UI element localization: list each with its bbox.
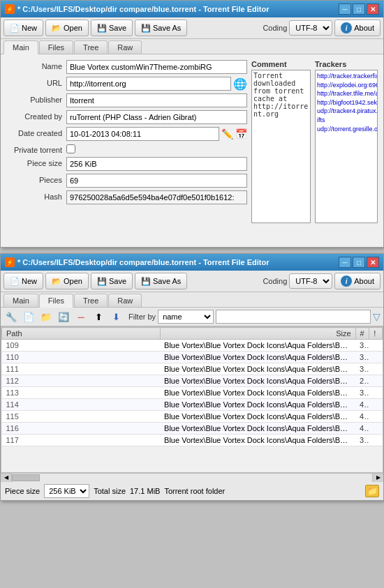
app-icon: ⚡ — [5, 4, 15, 14]
name-label: Name — [6, 60, 62, 74]
table-row[interactable]: 110 Blue Vortex\Blue Vortex Dock Icons\A… — [2, 352, 383, 363]
tab-raw-1[interactable]: Raw — [108, 40, 142, 54]
window-2: ⚡ * C:/Users/ILFS/Desktop/dir compare/bl… — [0, 253, 384, 501]
comment-textarea[interactable]: Torrent downloaded from torrent cache at… — [251, 70, 311, 223]
new-button-1[interactable]: 📄 New — [3, 20, 43, 36]
trackers-label: Trackers — [315, 60, 378, 68]
row-path: Blue Vortex\Blue Vortex Dock Icons\Aqua … — [160, 411, 355, 423]
tab-tree-1[interactable]: Tree — [74, 40, 108, 54]
add-folder-icon[interactable]: 📁 — [38, 309, 54, 324]
open-icon: 📂 — [52, 24, 61, 33]
maximize-btn-1[interactable]: □ — [353, 3, 365, 15]
publisher-input[interactable] — [66, 93, 247, 107]
tab-main-2[interactable]: Main — [3, 294, 38, 307]
hscroll-track[interactable] — [12, 474, 372, 482]
edit-date-icon[interactable]: ✏️ — [221, 128, 233, 140]
created-by-input[interactable] — [66, 110, 247, 124]
row-hash — [369, 352, 383, 363]
table-row[interactable]: 117 Blue Vortex\Blue Vortex Dock Icons\A… — [2, 435, 383, 446]
trackers-box[interactable]: http://tracker.trackerfix.com/announce h… — [315, 70, 378, 223]
filter-select[interactable]: name path size — [158, 310, 214, 324]
coding-select-1[interactable]: UTF-8 — [289, 20, 332, 36]
filter-icon[interactable]: ▽ — [373, 311, 381, 322]
table-row[interactable]: 114 Blue Vortex\Blue Vortex Dock Icons\A… — [2, 399, 383, 411]
up-icon[interactable]: ⬆ — [91, 309, 106, 324]
toolbar-1: 📄 New 📂 Open 💾 Save 💾 Save As Coding UTF… — [1, 17, 383, 39]
globe-icon[interactable]: 🌐 — [233, 77, 247, 91]
pieces-input[interactable] — [66, 174, 247, 188]
comment-section: Comment Torrent downloaded from torrent … — [251, 60, 311, 241]
hscroll-thumb[interactable] — [12, 474, 40, 481]
row-path: Blue Vortex\Blue Vortex Dock Icons\Aqua … — [160, 423, 355, 435]
row-size: 47.5 KiB — [355, 411, 369, 423]
row-num: 112 — [2, 375, 161, 387]
pieces-label: Pieces — [6, 174, 62, 188]
tabs-1: Main Files Tree Raw — [1, 39, 383, 54]
tab-files-1[interactable]: Files — [39, 40, 73, 54]
row-size: 22.63 KiB — [355, 375, 369, 387]
table-row[interactable]: 116 Blue Vortex\Blue Vortex Dock Icons\A… — [2, 423, 383, 435]
coding-select-2[interactable]: UTF-8 — [289, 273, 332, 289]
tab-main-1[interactable]: Main — [3, 40, 38, 54]
close-btn-2[interactable]: ✕ — [367, 257, 379, 268]
close-btn-1[interactable]: ✕ — [367, 3, 379, 15]
window-1: ⚡ * C:/Users/ILFS/Desktop/dir compare/bl… — [0, 0, 384, 248]
torrent-root-folder-icon[interactable]: 📁 — [365, 485, 379, 497]
row-hash — [369, 387, 383, 399]
piece-size-label: Piece size — [5, 487, 40, 495]
reload-icon[interactable]: 🔄 — [56, 309, 71, 324]
open-button-2[interactable]: 📂 Open — [45, 273, 89, 289]
row-size: 32.06 KiB — [355, 363, 369, 375]
piece-size-select[interactable]: 256 KiB — [44, 484, 89, 498]
row-num: 109 — [2, 340, 161, 352]
left-form-1: Name URL 🌐 Publisher Created by Date cre… — [6, 60, 247, 241]
down-icon[interactable]: ⬇ — [108, 309, 124, 324]
row-size: 48.83 KiB — [355, 399, 369, 411]
table-row[interactable]: 112 Blue Vortex\Blue Vortex Dock Icons\A… — [2, 375, 383, 387]
private-checkbox[interactable] — [66, 144, 75, 153]
save-icon: 💾 — [97, 24, 107, 33]
date-input[interactable] — [66, 127, 219, 141]
col-path[interactable]: Path — [2, 328, 161, 340]
remove-icon[interactable]: ─ — [73, 309, 89, 324]
tab-tree-2[interactable]: Tree — [74, 294, 108, 307]
tab-files-2[interactable]: Files — [39, 294, 73, 308]
table-row[interactable]: 111 Blue Vortex\Blue Vortex Dock Icons\A… — [2, 363, 383, 375]
add-file-icon[interactable]: 📄 — [21, 309, 36, 324]
about-button-2[interactable]: i About — [334, 273, 381, 289]
main-content-1: Name URL 🌐 Publisher Created by Date cre… — [1, 54, 383, 247]
name-input[interactable] — [66, 60, 247, 74]
scroll-right-btn[interactable]: ▶ — [372, 474, 383, 482]
url-input[interactable] — [66, 77, 231, 91]
open-button-1[interactable]: 📂 Open — [45, 20, 89, 36]
minimize-btn-1[interactable]: ─ — [339, 3, 351, 15]
tabs-2: Main Files Tree Raw — [1, 292, 383, 308]
calendar-icon[interactable]: 📅 — [235, 128, 247, 140]
save-button-2[interactable]: 💾 Save — [91, 273, 133, 289]
table-row[interactable]: 109 Blue Vortex\Blue Vortex Dock Icons\A… — [2, 340, 383, 352]
col-hash[interactable]: # — [355, 328, 369, 340]
col-flag[interactable]: ! — [369, 328, 383, 340]
filter-input[interactable] — [216, 310, 371, 324]
maximize-btn-2[interactable]: □ — [353, 257, 365, 268]
about-button-1[interactable]: i About — [334, 20, 381, 36]
piece-size-input-1[interactable] — [66, 157, 247, 171]
save-as-button-2[interactable]: 💾 Save As — [135, 273, 187, 289]
scroll-left-btn[interactable]: ◀ — [1, 474, 12, 482]
wrench-icon[interactable]: 🔧 — [3, 309, 19, 324]
tab-raw-2[interactable]: Raw — [108, 294, 142, 307]
files-table-container[interactable]: Path Size # ! 109 Blue Vortex\Blue Vorte… — [1, 326, 383, 473]
new-button-2[interactable]: 📄 New — [3, 273, 43, 289]
table-row[interactable]: 113 Blue Vortex\Blue Vortex Dock Icons\A… — [2, 387, 383, 399]
row-path: Blue Vortex\Blue Vortex Dock Icons\Aqua … — [160, 352, 355, 363]
table-row[interactable]: 115 Blue Vortex\Blue Vortex Dock Icons\A… — [2, 411, 383, 423]
window-title-2: * C:/Users/ILFS/Desktop/dir compare/blue… — [17, 258, 269, 266]
hscrollbar[interactable]: ◀ ▶ — [1, 473, 383, 481]
row-path: Blue Vortex\Blue Vortex Dock Icons\Aqua … — [160, 340, 355, 352]
save-as-button-1[interactable]: 💾 Save As — [135, 20, 187, 36]
row-hash — [369, 340, 383, 352]
minimize-btn-2[interactable]: ─ — [339, 257, 351, 268]
comment-label: Comment — [251, 60, 311, 68]
col-size[interactable]: Size — [160, 328, 355, 340]
save-button-1[interactable]: 💾 Save — [91, 20, 133, 36]
